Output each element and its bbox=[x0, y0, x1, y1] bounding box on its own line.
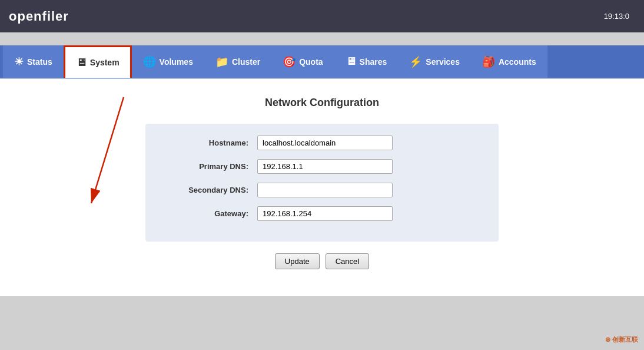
cancel-button[interactable]: Cancel bbox=[326, 253, 369, 269]
logo: openfiler bbox=[9, 9, 69, 24]
quota-icon: 🎯 bbox=[283, 55, 296, 68]
tab-status[interactable]: ☀ Status bbox=[3, 45, 64, 78]
header-time: 19:13:0 bbox=[604, 12, 635, 21]
content-outer: ☀ Status 🖥 System 🌐 Volumes 📁 Cluster 🎯 … bbox=[0, 32, 644, 296]
header: openfiler 19:13:0 bbox=[0, 0, 644, 32]
network-config-form: Hostname: Primary DNS: Secondary DNS: Ga… bbox=[145, 124, 499, 242]
hostname-input[interactable] bbox=[257, 136, 393, 150]
tab-services-label: Services bbox=[426, 57, 460, 67]
tab-system[interactable]: 🖥 System bbox=[64, 45, 132, 78]
shares-icon: 🖥 bbox=[346, 55, 356, 68]
tab-status-label: Status bbox=[27, 57, 52, 67]
tab-cluster[interactable]: 📁 Cluster bbox=[204, 45, 271, 78]
primary-dns-label: Primary DNS: bbox=[163, 162, 257, 171]
tab-quota[interactable]: 🎯 Quota bbox=[271, 45, 334, 78]
watermark: ⊛ 创新互联 bbox=[605, 335, 638, 344]
tab-volumes[interactable]: 🌐 Volumes bbox=[132, 45, 204, 78]
tab-accounts-label: Accounts bbox=[499, 57, 536, 67]
primary-dns-row: Primary DNS: bbox=[163, 159, 481, 174]
secondary-dns-row: Secondary DNS: bbox=[163, 183, 481, 197]
update-button[interactable]: Update bbox=[275, 253, 320, 269]
page-title: Network Configuration bbox=[12, 97, 632, 109]
accounts-icon: 🎒 bbox=[482, 55, 495, 68]
gateway-input[interactable] bbox=[257, 206, 393, 221]
volumes-icon: 🌐 bbox=[143, 55, 156, 68]
nav-bar: ☀ Status 🖥 System 🌐 Volumes 📁 Cluster 🎯 … bbox=[0, 45, 644, 78]
hostname-row: Hostname: bbox=[163, 136, 481, 150]
tab-cluster-label: Cluster bbox=[232, 57, 260, 67]
gateway-row: Gateway: bbox=[163, 206, 481, 221]
primary-dns-input[interactable] bbox=[257, 159, 393, 174]
status-icon: ☀ bbox=[14, 55, 24, 68]
content-area: Network Configuration Hostname: Primary … bbox=[0, 78, 644, 296]
system-icon: 🖥 bbox=[76, 57, 87, 69]
secondary-dns-label: Secondary DNS: bbox=[163, 186, 257, 194]
secondary-dns-input[interactable] bbox=[257, 183, 393, 197]
hostname-label: Hostname: bbox=[163, 138, 257, 147]
tab-quota-label: Quota bbox=[299, 57, 323, 67]
form-actions: Update Cancel bbox=[12, 253, 632, 269]
tab-shares-label: Shares bbox=[360, 57, 387, 67]
gateway-label: Gateway: bbox=[163, 209, 257, 218]
tab-services[interactable]: ⚡ Services bbox=[398, 45, 471, 78]
tab-volumes-label: Volumes bbox=[160, 57, 193, 67]
tab-accounts[interactable]: 🎒 Accounts bbox=[471, 45, 547, 78]
tab-shares[interactable]: 🖥 Shares bbox=[334, 45, 399, 78]
cluster-icon: 📁 bbox=[215, 55, 228, 68]
tab-system-label: System bbox=[90, 58, 119, 67]
services-icon: ⚡ bbox=[409, 55, 422, 68]
